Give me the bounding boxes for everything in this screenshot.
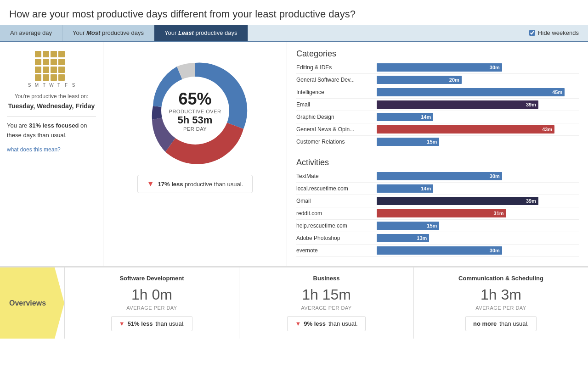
overview-note: ▼ 9% less than usual. bbox=[287, 316, 365, 331]
bar-fill: 30m bbox=[377, 246, 502, 255]
bar-row: evernote30m bbox=[296, 246, 579, 257]
bar-label: evernote bbox=[296, 247, 377, 254]
donut-area: 65% PRODUCTIVE OVER 5h 53m PER DAY ▼ 17%… bbox=[103, 42, 287, 266]
bar-value: 30m bbox=[490, 65, 500, 70]
bar-container: 45m bbox=[377, 88, 579, 96]
donut-time: 5h 53m bbox=[169, 114, 221, 126]
cal-cell bbox=[35, 51, 41, 57]
hide-weekends-control: Hide weekends bbox=[529, 29, 588, 36]
down-arrow-icon: ▼ bbox=[119, 320, 125, 327]
hide-weekends-checkbox[interactable] bbox=[529, 30, 535, 36]
bar-container: 13m bbox=[377, 234, 579, 242]
bar-container: 14m bbox=[377, 113, 579, 121]
what-does-link[interactable]: what does this mean? bbox=[7, 146, 61, 153]
sidebar-divider bbox=[7, 116, 96, 117]
activities-title: Activities bbox=[296, 158, 579, 167]
overviews-bar: Overviews Software Development 1h 0m AVE… bbox=[0, 267, 588, 339]
bar-row: Editing & IDEs30m bbox=[296, 63, 579, 74]
page-title: How are your most productive days differ… bbox=[9, 8, 579, 20]
calendar-icon bbox=[35, 51, 68, 81]
cal-cell bbox=[51, 51, 57, 57]
bar-label: General Software Dev... bbox=[296, 77, 377, 83]
bar-container: 15m bbox=[377, 138, 579, 146]
cal-cell bbox=[51, 67, 57, 73]
bar-fill: 39m bbox=[377, 197, 538, 205]
bar-container: 30m bbox=[377, 246, 579, 255]
down-arrow-icon: ▼ bbox=[295, 320, 301, 327]
cal-cell bbox=[51, 74, 57, 81]
donut-label1: PRODUCTIVE OVER bbox=[169, 109, 221, 114]
bar-value: 45m bbox=[552, 89, 562, 95]
overview-time: 1h 3m bbox=[423, 286, 579, 303]
overview-col-title: Business bbox=[249, 275, 404, 282]
bar-label: Intelligence bbox=[296, 89, 377, 95]
page-container: How are your most productive days differ… bbox=[0, 0, 588, 384]
overview-note: no more than usual. bbox=[465, 316, 537, 331]
section-divider bbox=[296, 153, 579, 153]
overview-note-bold: 9% less bbox=[304, 320, 326, 327]
bar-fill: 45m bbox=[377, 88, 565, 96]
bar-label: Editing & IDEs bbox=[296, 64, 377, 71]
overview-time: 1h 0m bbox=[74, 286, 230, 303]
bar-fill: 20m bbox=[377, 76, 462, 84]
bar-container: 43m bbox=[377, 125, 579, 134]
overview-note: ▼ 51% less than usual. bbox=[111, 316, 192, 331]
cal-cell bbox=[35, 59, 41, 65]
bar-value: 20m bbox=[449, 77, 459, 83]
bar-fill: 39m bbox=[377, 100, 538, 109]
overview-col: Communication & Scheduling 1h 3m AVERAGE… bbox=[413, 267, 588, 339]
overview-col: Software Development 1h 0m AVERAGE PER D… bbox=[64, 267, 239, 339]
overview-col-title: Communication & Scheduling bbox=[423, 275, 579, 282]
down-arrow-icon: ▼ bbox=[147, 180, 154, 188]
overview-col-title: Software Development bbox=[74, 275, 230, 282]
cal-cell bbox=[43, 67, 49, 73]
overviews-cols: Software Development 1h 0m AVERAGE PER D… bbox=[64, 267, 588, 339]
hide-weekends-label: Hide weekends bbox=[538, 29, 579, 36]
bar-value: 13m bbox=[417, 235, 427, 241]
bar-row: Intelligence45m bbox=[296, 88, 579, 99]
overview-avg: AVERAGE PER DAY bbox=[249, 305, 404, 311]
bar-value: 30m bbox=[490, 173, 500, 179]
bar-value: 14m bbox=[421, 114, 431, 120]
bar-row: General News & Opin...43m bbox=[296, 125, 579, 136]
bar-value: 39m bbox=[526, 102, 536, 107]
cal-cell bbox=[43, 74, 49, 81]
categories-title: Categories bbox=[296, 49, 579, 59]
tab-least[interactable]: Your Least productive days bbox=[154, 25, 248, 41]
bar-container: 39m bbox=[377, 197, 579, 205]
bar-row: Email39m bbox=[296, 100, 579, 111]
bar-container: 14m bbox=[377, 184, 579, 193]
bar-container: 39m bbox=[377, 100, 579, 109]
donut-chart: 65% PRODUCTIVE OVER 5h 53m PER DAY bbox=[140, 56, 250, 166]
bar-value: 15m bbox=[427, 139, 437, 145]
bar-label: help.rescuetime.com bbox=[296, 223, 377, 229]
bar-label: Graphic Design bbox=[296, 114, 377, 120]
overview-avg: AVERAGE PER DAY bbox=[423, 305, 579, 311]
bar-container: 30m bbox=[377, 172, 579, 180]
right-panel: Categories Editing & IDEs30mGeneral Soft… bbox=[287, 42, 588, 266]
overview-note-post: than usual. bbox=[499, 320, 529, 327]
overview-note-bold: 51% less bbox=[128, 320, 153, 327]
bar-value: 30m bbox=[490, 248, 500, 253]
overview-col: Business 1h 15m AVERAGE PER DAY ▼ 9% les… bbox=[239, 267, 413, 339]
bar-label: Gmail bbox=[296, 198, 377, 204]
activities-bars: TextMate30mlocal.rescuetime.com14mGmail3… bbox=[296, 172, 579, 257]
calendar-days: S M T W T F S bbox=[7, 83, 96, 88]
tab-most[interactable]: Your Most productive days bbox=[62, 25, 154, 41]
bar-fill: 14m bbox=[377, 184, 433, 193]
bar-container: 20m bbox=[377, 76, 579, 84]
focused-text: You are 31% less focused on these days t… bbox=[7, 121, 96, 140]
cal-cell bbox=[35, 74, 41, 81]
tab-average[interactable]: An average day bbox=[0, 25, 62, 41]
donut-label2: PER DAY bbox=[169, 126, 221, 132]
bar-row: Adobe Photoshop13m bbox=[296, 234, 579, 245]
bar-label: General News & Opin... bbox=[296, 126, 377, 133]
cal-cell bbox=[43, 51, 49, 57]
bar-fill: 30m bbox=[377, 172, 502, 180]
bar-fill: 15m bbox=[377, 222, 439, 230]
overview-avg: AVERAGE PER DAY bbox=[74, 305, 230, 311]
bar-fill: 13m bbox=[377, 234, 429, 242]
donut-percent: 65% bbox=[169, 89, 221, 109]
overview-note-post: than usual. bbox=[156, 320, 185, 327]
bar-value: 14m bbox=[421, 186, 431, 191]
